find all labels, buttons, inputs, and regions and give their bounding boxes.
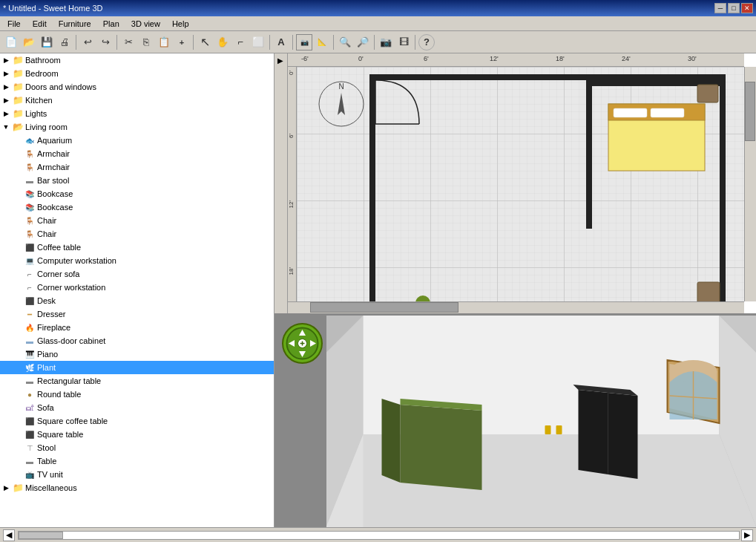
item-roundtable[interactable]: ● Round table bbox=[0, 388, 274, 401]
icon-sofa: 🛋 bbox=[24, 402, 36, 414]
label-desk: Desk bbox=[37, 296, 56, 305]
item-barstool[interactable]: ▬ Bar stool bbox=[0, 174, 274, 187]
menu-3dview[interactable]: 3D view bbox=[125, 18, 166, 30]
status-scroll-right[interactable]: ▶ bbox=[741, 529, 753, 541]
cut-button[interactable]: ✂ bbox=[120, 34, 137, 50]
hscroll-thumb[interactable] bbox=[310, 302, 458, 313]
zoom-out-button[interactable]: 🔎 bbox=[355, 34, 371, 50]
item-aquarium[interactable]: 🐟 Aquarium bbox=[0, 134, 274, 147]
print-button[interactable]: 🖨 bbox=[56, 34, 73, 50]
category-livingroom[interactable]: ▼ 📂 Living room bbox=[0, 120, 274, 134]
category-bedroom[interactable]: ▶ 📁 Bedroom bbox=[0, 67, 274, 80]
menu-edit[interactable]: Edit bbox=[27, 18, 53, 30]
help-button[interactable]: ? bbox=[418, 34, 435, 50]
item-glasscabinet[interactable]: ▬ Glass-door cabinet bbox=[0, 334, 274, 347]
item-piano[interactable]: 🎹 Piano bbox=[0, 347, 274, 361]
ruler-mark-neg6: -6' bbox=[301, 55, 309, 62]
toggle-bathroom[interactable]: ▶ bbox=[0, 54, 12, 66]
menu-help[interactable]: Help bbox=[166, 18, 195, 30]
category-kitchen[interactable]: ▶ 📁 Kitchen bbox=[0, 94, 274, 107]
pan-button[interactable]: ✋ bbox=[214, 34, 231, 50]
label-table: Table bbox=[37, 457, 56, 466]
plan-hscroll[interactable] bbox=[288, 301, 744, 313]
category-misc[interactable]: ▶ 📁 Miscellaneous bbox=[0, 481, 274, 494]
item-bookcase1[interactable]: 📚 Bookcase bbox=[0, 187, 274, 200]
plan-vscroll[interactable] bbox=[744, 67, 756, 301]
paste-button[interactable]: 📋 bbox=[156, 34, 172, 50]
menu-furniture[interactable]: Furniture bbox=[53, 18, 97, 30]
new-button[interactable]: 📄 bbox=[3, 34, 19, 50]
zoom-in-button[interactable]: 🔍 bbox=[337, 34, 353, 50]
minimize-button[interactable]: ─ bbox=[714, 3, 726, 13]
icon-dresser: ━ bbox=[24, 308, 36, 320]
camera-button[interactable]: 📷 bbox=[378, 34, 394, 50]
close-button[interactable]: ✕ bbox=[741, 3, 753, 13]
save-button[interactable]: 💾 bbox=[39, 34, 55, 50]
wall-right bbox=[720, 74, 726, 301]
toggle-kitchen[interactable]: ▶ bbox=[0, 94, 12, 106]
open-button[interactable]: 📂 bbox=[21, 34, 37, 50]
select-button[interactable]: ↖ bbox=[197, 34, 213, 50]
label-piano: Piano bbox=[37, 350, 58, 359]
ruler-top: -6' 0' 6' 12' 18' 24' 30' bbox=[288, 53, 744, 67]
item-recttable[interactable]: ▬ Rectangular table bbox=[0, 374, 274, 388]
label-sofa: Sofa bbox=[37, 403, 54, 412]
text-button[interactable]: A bbox=[273, 34, 289, 50]
item-tvunit[interactable]: 📺 TV unit bbox=[0, 468, 274, 481]
undo-button[interactable]: ↩ bbox=[79, 34, 96, 50]
item-fireplace[interactable]: 🔥 Fireplace bbox=[0, 321, 274, 334]
menu-file[interactable]: File bbox=[1, 18, 27, 30]
item-cornersofa[interactable]: ⌐ Corner sofa bbox=[0, 267, 274, 281]
plan-canvas[interactable]: N bbox=[297, 67, 744, 301]
folder-icon-kitchen: 📁 bbox=[12, 94, 24, 106]
icon-chair2: 🪑 bbox=[24, 228, 36, 240]
folder-icon-livingroom: 📂 bbox=[12, 121, 24, 133]
3d-view bbox=[275, 316, 756, 527]
item-plant[interactable]: 🌿 Plant bbox=[0, 361, 274, 374]
plan-view[interactable]: ▶ -6' 0' 6' 12' 18' 24' 30' 0' 6' 12' bbox=[275, 53, 756, 316]
toggle-doors[interactable]: ▶ bbox=[0, 81, 12, 93]
item-cornerws[interactable]: ⌐ Corner workstation bbox=[0, 281, 274, 294]
create-wall-button[interactable]: ⌐ bbox=[232, 34, 249, 50]
status-scroll-left[interactable]: ◀ bbox=[3, 529, 15, 541]
toggle-lights[interactable]: ▶ bbox=[0, 108, 12, 120]
item-coffeetable[interactable]: ⬛ Coffee table bbox=[0, 241, 274, 254]
status-scrollbar[interactable] bbox=[18, 531, 740, 540]
maximize-button[interactable]: □ bbox=[728, 3, 740, 13]
plan-expand-btn[interactable]: ▶ bbox=[275, 56, 286, 67]
redo-button[interactable]: ↪ bbox=[97, 34, 114, 50]
add-photo-button[interactable]: 📷 bbox=[296, 34, 312, 50]
item-sqcoffeetable[interactable]: ⬛ Square coffee table bbox=[0, 414, 274, 428]
toggle-misc[interactable]: ▶ bbox=[0, 482, 12, 494]
status-scrollbar-thumb[interactable] bbox=[19, 532, 63, 539]
category-doors[interactable]: ▶ 📁 Doors and windows bbox=[0, 80, 274, 94]
add-ruler-button[interactable]: 📐 bbox=[314, 34, 330, 50]
ruler-mark-6: 6' bbox=[424, 55, 429, 62]
item-chair2[interactable]: 🪑 Chair bbox=[0, 227, 274, 241]
item-armchair1[interactable]: 🪑 Armchair bbox=[0, 147, 274, 160]
toggle-livingroom[interactable]: ▼ bbox=[0, 121, 12, 133]
item-computerws[interactable]: 💻 Computer workstation bbox=[0, 254, 274, 267]
category-bathroom[interactable]: ▶ 📁 Bathroom bbox=[0, 53, 274, 67]
navigation-control[interactable] bbox=[282, 323, 323, 364]
add-furniture-button[interactable]: + bbox=[174, 34, 190, 50]
ruler-mark-24: 24' bbox=[622, 55, 631, 62]
vscroll-thumb[interactable] bbox=[745, 82, 755, 141]
menu-plan[interactable]: Plan bbox=[97, 18, 125, 30]
item-desk[interactable]: ⬛ Desk bbox=[0, 294, 274, 307]
item-table[interactable]: ▬ Table bbox=[0, 454, 274, 468]
item-dresser[interactable]: ━ Dresser bbox=[0, 307, 274, 321]
toggle-bedroom[interactable]: ▶ bbox=[0, 68, 12, 79]
item-stool[interactable]: ⊤ Stool bbox=[0, 441, 274, 454]
bed-pillow2 bbox=[651, 108, 684, 117]
item-chair1[interactable]: 🪑 Chair bbox=[0, 214, 274, 227]
copy-button[interactable]: ⎘ bbox=[138, 34, 154, 50]
item-sofa[interactable]: 🛋 Sofa bbox=[0, 401, 274, 414]
video-button[interactable]: 🎞 bbox=[395, 34, 412, 50]
item-bookcase2[interactable]: 📚 Bookcase bbox=[0, 200, 274, 214]
item-armchair2[interactable]: 🪑 Armchair bbox=[0, 160, 274, 174]
category-lights[interactable]: ▶ 📁 Lights bbox=[0, 107, 274, 120]
label-fireplace: Fireplace bbox=[37, 323, 70, 332]
item-sqtable[interactable]: ⬛ Square table bbox=[0, 428, 274, 441]
create-room-button[interactable]: ⬜ bbox=[250, 34, 266, 50]
